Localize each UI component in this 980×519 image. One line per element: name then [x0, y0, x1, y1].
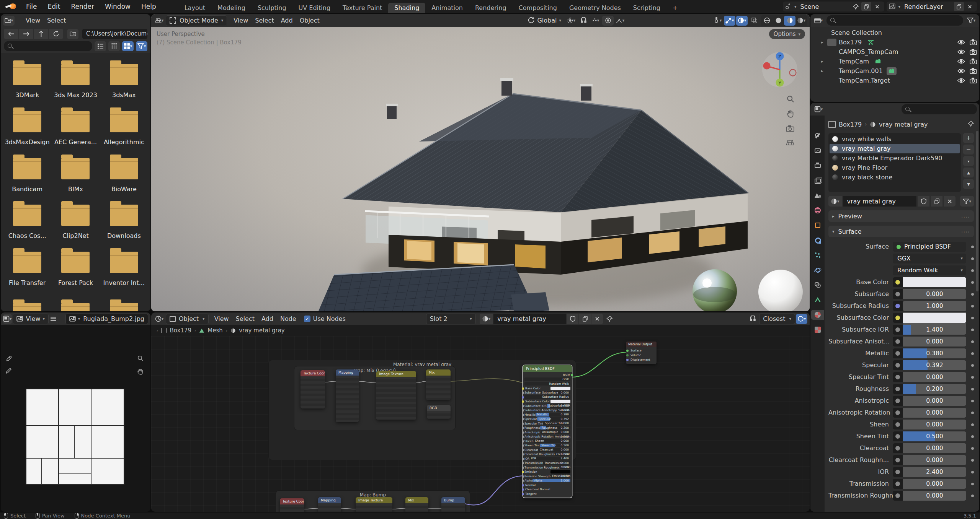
property-widget[interactable]: ▾ — [903, 277, 966, 287]
workspace-tab[interactable]: + — [666, 3, 684, 13]
socket-button[interactable] — [893, 443, 903, 453]
node-socket-row[interactable]: Subsurface Subsurface 0.000 — [524, 390, 570, 395]
annotate-icon[interactable] — [5, 368, 12, 374]
property-widget[interactable]: 0.000 ▾ — [903, 420, 966, 430]
breadcrumb-material[interactable]: vray metal gray — [879, 121, 928, 128]
file-browser-menu[interactable]: View — [22, 16, 44, 26]
color-swatch[interactable] — [903, 277, 966, 287]
output-socket-row[interactable]: Surface — [627, 348, 655, 353]
pivot-point-icon[interactable]: ▾ — [565, 16, 577, 26]
slot-move-down-button[interactable]: ▼ — [963, 179, 974, 189]
object-name[interactable]: Scene Collection — [831, 29, 882, 36]
folder-item[interactable]: Allegorithmic — [100, 106, 148, 147]
viewport-menu[interactable]: View — [230, 16, 252, 26]
node-socket-row[interactable]: Subsurface Anisotropy Subsurface Anisotr… — [524, 408, 570, 412]
properties-search-input[interactable] — [902, 104, 977, 114]
close-icon[interactable] — [964, 2, 975, 11]
animate-decorator[interactable] — [966, 337, 974, 347]
properties-scrollbar[interactable] — [976, 131, 978, 291]
node-socket-row[interactable]: Subsurface Radius — [524, 395, 570, 399]
property-widget[interactable]: 0.000 ▾ — [903, 337, 966, 347]
outliner-search-input[interactable] — [826, 15, 963, 26]
shader-node[interactable]: Image Texture — [356, 497, 392, 512]
node-socket-row[interactable]: Specular Tint Specular Tint 0.000 — [524, 421, 570, 426]
workspace-tab[interactable]: Rendering — [469, 3, 513, 13]
shader-menu[interactable]: View — [211, 314, 232, 324]
disable-render-icon[interactable] — [970, 68, 977, 74]
breadcrumb-object[interactable]: Box179 — [170, 327, 191, 334]
animate-decorator[interactable] — [966, 348, 974, 358]
animate-decorator[interactable] — [966, 408, 974, 418]
snap-mode-selector[interactable]: Closest▾ — [759, 314, 795, 324]
property-widget[interactable]: 0.000 ▾ — [903, 479, 966, 489]
file-search-input[interactable] — [4, 41, 92, 51]
node-socket-row[interactable]: Roughness Roughness 0.200 — [524, 426, 570, 430]
editor-type-icon[interactable]: ▾ — [3, 16, 15, 26]
animate-decorator[interactable] — [966, 313, 974, 323]
animate-decorator[interactable] — [966, 396, 974, 406]
tab-object[interactable] — [811, 220, 824, 230]
property-widget[interactable]: 0.500 ▾ — [903, 431, 966, 441]
principled-bsdf-node[interactable]: Principled BSDF BSDF BSDF — [523, 365, 572, 498]
breadcrumb-mesh[interactable]: Mesh — [207, 327, 223, 334]
tab-particles[interactable] — [811, 250, 824, 260]
surface-panel-header[interactable]: ▾Surface:::: — [828, 226, 974, 237]
folder-item[interactable]: Bandicam — [3, 153, 51, 194]
object-data-icon[interactable] — [873, 58, 883, 65]
editor-type-icon[interactable]: ▾ — [154, 16, 165, 26]
editor-type-icon[interactable]: ▾ — [813, 16, 824, 26]
node-color-swatch[interactable] — [550, 387, 570, 390]
socket-button[interactable] — [893, 348, 903, 358]
workspace-tab[interactable]: Sculpting — [252, 3, 292, 13]
object-data-icon[interactable] — [902, 48, 912, 56]
animate-decorator[interactable] — [966, 384, 974, 394]
animate-decorator[interactable] — [966, 455, 974, 465]
material-output-node[interactable]: Material Output SurfaceVolumeDisplacemen… — [626, 342, 657, 364]
pin-icon[interactable] — [850, 2, 861, 11]
unlink-material-button[interactable] — [591, 314, 603, 324]
animate-decorator[interactable] — [966, 467, 974, 477]
object-name[interactable]: TempCam.001 — [839, 67, 883, 75]
workspace-tab[interactable]: Shading — [388, 3, 425, 13]
node-socket-row[interactable]: IOR IOR 2.400 — [524, 457, 570, 461]
animate-decorator[interactable] — [966, 431, 974, 441]
object-type-icon[interactable] — [827, 48, 836, 56]
property-widget[interactable]: ▾ 1.000 0.200 0.100 — [903, 301, 966, 311]
shading-solid-icon[interactable] — [773, 16, 784, 26]
transform-orientation[interactable]: Global▾ — [524, 16, 565, 26]
expand-caret-icon[interactable]: ▸ — [821, 68, 827, 73]
object-type-icon[interactable] — [820, 29, 829, 37]
shader-menu[interactable]: Node — [277, 314, 300, 324]
object-type-icon[interactable] — [827, 58, 836, 65]
node-socket-row[interactable]: Metallic Metallic 0.380 — [524, 413, 570, 417]
tab-constraints[interactable] — [811, 280, 824, 290]
tab-object-data[interactable] — [811, 295, 824, 305]
animate-decorator[interactable] — [966, 325, 974, 335]
socket-button[interactable] — [893, 467, 903, 477]
view-layer-icon[interactable] — [889, 3, 897, 10]
breadcrumb-material[interactable]: vray metal gray — [239, 327, 285, 334]
pin-icon[interactable] — [604, 314, 615, 324]
node-socket-row[interactable]: Normal Normal — [524, 483, 570, 487]
copy-material-button[interactable] — [579, 314, 591, 324]
folder-item[interactable]: Clip2Net — [51, 199, 100, 241]
property-widget[interactable]: 0.000 ▾ — [903, 372, 966, 382]
image-datablock-selector[interactable]: ▾ Rugiada_Bump2.jpg — [65, 314, 148, 324]
shading-rendered-icon[interactable]: ▾ — [795, 16, 807, 26]
tab-physics[interactable] — [811, 265, 824, 275]
property-widget[interactable]: 0.000 ▾ — [903, 396, 966, 406]
material-slot[interactable]: vray white walls — [828, 134, 961, 144]
property-widget[interactable]: Random Walk ▾ — [893, 265, 966, 275]
refresh-button[interactable] — [49, 29, 63, 39]
workspace-tab[interactable]: Modeling — [211, 3, 252, 13]
browse-material-button[interactable]: ▾ — [480, 314, 493, 324]
node-color-swatch[interactable] — [550, 470, 570, 473]
snap-target-icon[interactable]: ▾ — [590, 16, 601, 26]
workspace-tab[interactable]: Scripting — [627, 3, 666, 13]
disable-render-icon[interactable] — [970, 58, 977, 65]
folder-item[interactable]: AEC Genera... — [51, 106, 100, 147]
node-color-swatch[interactable] — [550, 400, 570, 403]
disable-render-icon[interactable] — [970, 49, 977, 55]
node-canvas[interactable]: Material: vray metal gray Map: Mix (Lega… — [151, 336, 810, 512]
path-field[interactable]: C:\Users\jorik\Documents\ — [82, 29, 147, 39]
